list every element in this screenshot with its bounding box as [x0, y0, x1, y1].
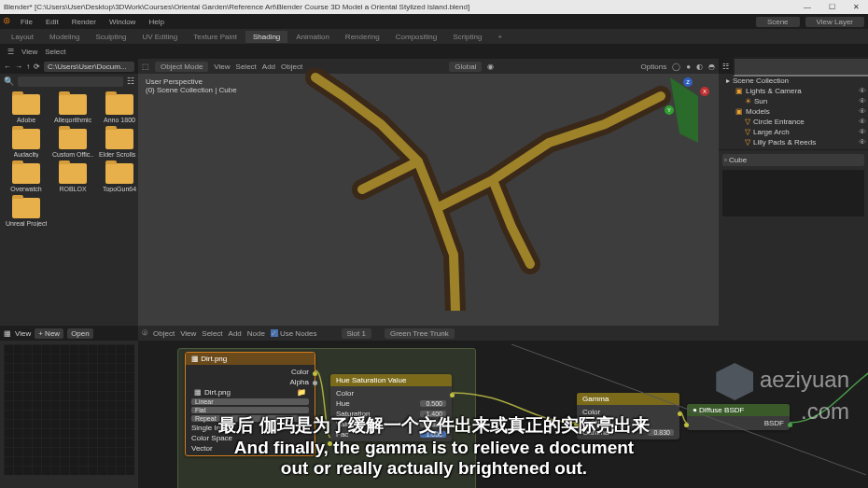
ws-texpaint[interactable]: Texture Paint [186, 31, 245, 43]
properties-panel: ▫ Cube [719, 149, 868, 326]
outliner-item[interactable]: ▽Lilly Pads & Reeds👁 [721, 137, 866, 147]
outliner-item[interactable]: ▣Lights & Camera👁 [721, 86, 866, 96]
viewlayer-dropdown[interactable]: View Layer [805, 17, 864, 27]
folder-item[interactable]: Custom Offic... [50, 127, 95, 160]
fb-path[interactable]: C:\Users\User\Docum... [44, 62, 134, 72]
menu-render[interactable]: Render [66, 16, 102, 28]
ws-comp[interactable]: Compositing [388, 31, 444, 43]
minimize-button[interactable]: — [799, 3, 816, 11]
ws-shading[interactable]: Shading [245, 31, 287, 43]
node-value-input[interactable]: 0.500 [420, 400, 446, 407]
ne-select[interactable]: Select [202, 329, 222, 338]
menu-window[interactable]: Window [104, 16, 141, 28]
collection-icon: ▣ [735, 87, 743, 95]
subtitle-en-1: And finally, the gamma is to relieve a d… [0, 438, 868, 458]
menu-file[interactable]: File [15, 16, 38, 28]
folder-item[interactable]: Anno 1800 [97, 92, 142, 125]
light-icon: ☀ [745, 97, 751, 105]
folder-item[interactable]: Unreal Project... [4, 196, 49, 229]
ne-add[interactable]: Add [229, 329, 242, 338]
interp-dropdown[interactable]: Linear [191, 398, 309, 405]
ws-modeling[interactable]: Modeling [42, 31, 87, 43]
fb-fwd-icon[interactable]: → [15, 63, 22, 71]
eye-icon[interactable]: 👁 [859, 118, 866, 126]
image-file-field[interactable]: Dirt.png [204, 388, 294, 397]
node-title[interactable]: Hue Saturation Value [330, 374, 452, 386]
folder-item[interactable]: Audacity [4, 127, 49, 160]
folder-icon [12, 94, 40, 115]
ws-sculpting[interactable]: Sculpting [89, 31, 134, 43]
scene-dropdown[interactable]: Scene [756, 17, 800, 27]
menubar: ⦾ File Edit Render Window Help Scene Vie… [0, 14, 868, 29]
topbar-view[interactable]: View [21, 48, 37, 56]
editor-type-icon[interactable]: ⬚ [142, 63, 149, 71]
menu-edit[interactable]: Edit [40, 16, 64, 28]
topbar-select[interactable]: Select [45, 48, 65, 56]
fb-back-icon[interactable]: ← [4, 63, 11, 71]
eye-icon[interactable]: 👁 [859, 128, 866, 136]
folder-icon [105, 129, 133, 149]
ne-view[interactable]: View [180, 329, 196, 338]
shading-rendered-icon[interactable]: ◓ [708, 63, 715, 71]
axis-z-icon[interactable]: Z [683, 77, 693, 87]
folder-icon [59, 129, 87, 149]
search-icon: 🔍 [4, 77, 14, 86]
ws-uv[interactable]: UV Editing [134, 31, 185, 43]
ws-script[interactable]: Scripting [445, 31, 489, 43]
fb-search-input[interactable] [18, 77, 123, 87]
folder-icon[interactable]: 📁 [297, 388, 306, 397]
img-open[interactable]: Open [67, 328, 93, 339]
ws-render[interactable]: Rendering [338, 31, 387, 43]
material-dropdown[interactable]: Green Tree Trunk [385, 328, 455, 339]
eye-icon[interactable]: 👁 [859, 107, 866, 116]
node-title[interactable]: Gamma [577, 393, 679, 405]
proj-dropdown[interactable]: Flat [191, 407, 309, 413]
fb-refresh-icon[interactable]: ⟳ [34, 63, 40, 71]
vp-view[interactable]: View [214, 63, 230, 71]
outliner-item[interactable]: ☀Sun👁 [721, 96, 866, 106]
outliner-item[interactable]: ▽Circle Entrance👁 [721, 117, 866, 127]
outliner-item[interactable]: ▣Models👁 [721, 106, 866, 117]
folder-item[interactable]: TopoGun64 [97, 161, 142, 194]
fb-display-icon[interactable]: ☷ [127, 77, 134, 86]
ol-scene-collection[interactable]: ▸ Scene Collection [721, 76, 866, 86]
ws-add[interactable]: + [490, 31, 510, 43]
watermark: aeziyuan .com [716, 363, 849, 423]
cube-icon: ▫ [724, 156, 727, 164]
eye-icon[interactable]: 👁 [859, 97, 866, 105]
folder-item[interactable]: Allegorithmic [50, 92, 95, 125]
img-type-icon[interactable]: ▦ [4, 329, 11, 338]
fb-up-icon[interactable]: ↑ [26, 63, 30, 71]
outliner-item[interactable]: ▽Large Arch👁 [721, 127, 866, 137]
ws-layout[interactable]: Layout [4, 31, 41, 43]
folder-item[interactable]: Overwatch [4, 161, 49, 194]
prop-datablock[interactable]: ▫ Cube [722, 154, 864, 166]
folder-item[interactable]: Adobe [4, 92, 49, 125]
mesh-icon: ▽ [745, 138, 750, 146]
outliner-type-icon[interactable]: ☷ [722, 63, 729, 71]
3d-viewport[interactable]: ⬚ Object Mode View Select Add Object Glo… [138, 59, 719, 326]
subtitle-en-2: out or really actually brightened out. [0, 458, 868, 479]
ne-object[interactable]: Object [153, 329, 175, 338]
use-nodes-checkbox[interactable]: ✓Use Nodes [271, 329, 317, 338]
eye-icon[interactable]: 👁 [859, 87, 866, 95]
folder-item[interactable]: ROBLOX [50, 161, 95, 194]
collection-icon: ▣ [735, 107, 743, 116]
menu-help[interactable]: Help [143, 16, 169, 28]
img-new[interactable]: + New [35, 328, 63, 339]
ws-anim[interactable]: Animation [288, 31, 337, 43]
maximize-button[interactable]: ☐ [823, 3, 840, 11]
img-view[interactable]: View [15, 329, 31, 338]
ne-node[interactable]: Node [247, 329, 265, 338]
axis-x-icon[interactable]: X [700, 87, 709, 96]
hamburger-icon[interactable]: ☰ [7, 48, 14, 56]
node-title[interactable]: ▦ Dirt.png [186, 353, 315, 365]
mode-dropdown[interactable]: Object Mode [155, 62, 208, 72]
slot-dropdown[interactable]: Slot 1 [342, 328, 371, 339]
nav-gizmo[interactable]: X Y Z [665, 77, 711, 124]
folder-item[interactable]: Elder Scrolls ... [97, 127, 142, 160]
ne-type-icon[interactable]: ⦾ [142, 328, 147, 338]
close-button[interactable]: ✕ [847, 3, 864, 11]
axis-y-icon[interactable]: Y [665, 105, 674, 115]
eye-icon[interactable]: 👁 [859, 138, 866, 146]
